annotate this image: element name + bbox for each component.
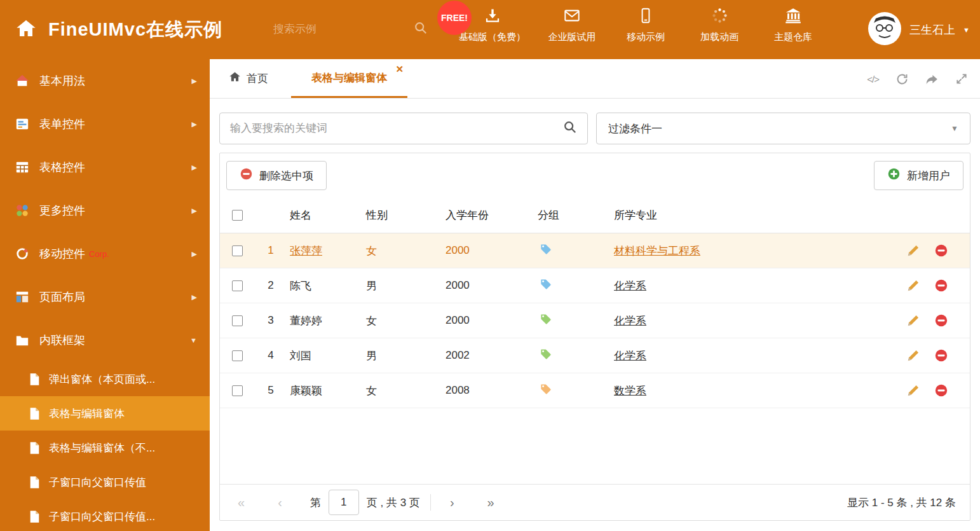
dots-icon [15,203,29,217]
row-checkbox[interactable] [232,315,243,326]
delete-selected-button[interactable]: 删除选中项 [226,161,327,190]
sidebar-item-page-layout[interactable]: 页面布局 ▶ [0,275,210,319]
edit-icon[interactable] [906,279,920,293]
layout-icon [15,290,29,304]
edit-icon[interactable] [906,348,920,362]
student-gender: 女 [363,383,442,398]
sidebar-subitem-grid-edit-window-2[interactable]: 表格与编辑窗体（不... [0,431,210,465]
table-row[interactable]: 2 陈飞 男 2000 化学系 [220,268,970,303]
row-checkbox[interactable] [232,280,243,291]
student-name[interactable]: 张萍萍 [290,245,322,257]
table-row[interactable]: 5 康颖颖 女 2008 数学系 [220,373,970,408]
tab-bar: 首页 表格与编辑窗体 ✕ </> [210,59,980,99]
table-row[interactable]: 3 董婷婷 女 2000 化学系 [220,303,970,338]
row-checkbox[interactable] [232,385,243,396]
student-gender: 女 [363,314,442,328]
row-number: 3 [255,314,287,327]
ring-icon [15,247,29,261]
file-icon [29,373,40,386]
app-title: FineUIMvc在线示例 [48,17,222,43]
sidebar-subitem-child-to-parent[interactable]: 子窗口向父窗口传值 [0,465,210,499]
share-icon[interactable] [925,72,939,86]
student-year: 2000 [442,314,534,327]
major-link[interactable]: 数学系 [614,385,646,397]
major-link[interactable]: 化学系 [614,350,646,362]
tab-label: 表格与编辑窗体 [311,71,387,85]
major-link[interactable]: 材料科学与工程系 [614,245,700,257]
nav-loading-anim[interactable]: 加载动画 [692,7,747,43]
file-icon [29,510,40,523]
column-header-name[interactable]: 姓名 [287,208,363,223]
sidebar-subitem-grid-edit-window[interactable]: 表格与编辑窗体 [0,396,210,431]
sidebar-item-basic-usage[interactable]: 基本用法 ▶ [0,59,210,102]
sidebar-item-iframe[interactable]: 内联框架 ▼ [0,319,210,362]
button-label: 新增用户 [907,169,950,183]
search-icon[interactable] [563,120,577,137]
refresh-icon[interactable] [895,72,909,86]
grid-panel: 删除选中项 新增用户 姓名 性别 入学年份 分组 所学专业 1 张萍萍 女 [219,153,970,521]
table-row[interactable]: 1 张萍萍 女 2000 材料科学与工程系 [220,233,970,268]
expand-icon[interactable] [955,72,968,85]
edit-icon[interactable] [906,383,920,397]
tab-home[interactable]: 首页 [229,59,268,98]
column-header-year[interactable]: 入学年份 [442,208,534,223]
row-number: 1 [255,244,287,257]
column-header-gender[interactable]: 性别 [363,208,442,223]
student-name: 康颖颖 [287,383,363,398]
delete-row-icon[interactable] [934,314,948,328]
delete-row-icon[interactable] [934,279,948,293]
bank-icon [784,7,802,27]
major-link[interactable]: 化学系 [614,280,646,292]
close-icon[interactable]: ✕ [395,64,404,74]
page-number-input[interactable] [329,490,359,515]
chevron-down-icon: ▼ [963,26,970,34]
major-link[interactable]: 化学系 [614,315,646,327]
tag-icon [534,243,611,258]
file-icon [29,407,40,420]
search-icon[interactable] [414,21,428,38]
tab-grid-edit-window[interactable]: 表格与编辑窗体 ✕ [291,59,407,98]
column-header-major[interactable]: 所学专业 [611,208,900,223]
select-all-checkbox[interactable] [232,210,243,221]
sidebar-item-grid-controls[interactable]: 表格控件 ▶ [0,146,210,189]
edit-icon[interactable] [906,314,920,328]
next-page-button[interactable]: › [450,496,454,509]
sidebar-item-label: 内联框架 [39,333,85,348]
user-menu[interactable]: 三生石上 ▼ [868,0,970,59]
sidebar-item-mobile-controls[interactable]: 移动控件 Corp. ▶ [0,232,210,275]
delete-row-icon[interactable] [934,244,948,258]
row-checkbox[interactable] [232,350,243,361]
table-row[interactable]: 4 刘国 男 2002 化学系 [220,338,970,373]
nav-theme-repo[interactable]: 主题仓库 [766,7,820,43]
sidebar-subitem-child-to-parent-2[interactable]: 子窗口向父窗口传值... [0,499,210,531]
add-user-button[interactable]: 新增用户 [874,161,963,190]
edit-icon[interactable] [906,244,920,258]
filter-dropdown[interactable]: 过滤条件一 ▼ [596,113,970,144]
sidebar-subitem-label: 子窗口向父窗口传值 [49,475,146,490]
nav-mobile-demo[interactable]: 移动示例 [618,7,673,43]
sidebar-item-form-controls[interactable]: 表单控件 ▶ [0,102,210,146]
nav-enterprise-trial[interactable]: 企业版试用 [545,7,599,43]
user-name: 三生石上 [909,22,955,38]
last-page-button[interactable]: » [487,496,494,509]
form-icon [15,117,29,131]
row-number: 4 [255,349,287,362]
first-page-button[interactable]: « [238,496,245,509]
sidebar-subitem-popup-window[interactable]: 弹出窗体（本页面或... [0,362,210,396]
sidebar-item-more-controls[interactable]: 更多控件 ▶ [0,189,210,232]
filter-row: 过滤条件一 ▼ [219,113,970,144]
student-year: 2000 [442,244,534,257]
record-summary: 显示 1 - 5 条 , 共 12 条 [847,495,956,510]
delete-row-icon[interactable] [934,348,948,362]
table-header: 姓名 性别 入学年份 分组 所学专业 [220,198,970,233]
column-header-group[interactable]: 分组 [534,208,611,223]
app-logo[interactable]: FineUIMvc在线示例 [15,0,222,59]
chevron-right-icon: ▶ [192,163,197,172]
house-icon [15,74,29,88]
keyword-search-input[interactable] [230,122,563,135]
source-code-icon[interactable]: </> [867,74,879,85]
prev-page-button[interactable]: ‹ [278,496,282,509]
delete-row-icon[interactable] [934,383,948,397]
header-search-input[interactable] [273,23,414,36]
row-checkbox[interactable] [232,245,243,256]
